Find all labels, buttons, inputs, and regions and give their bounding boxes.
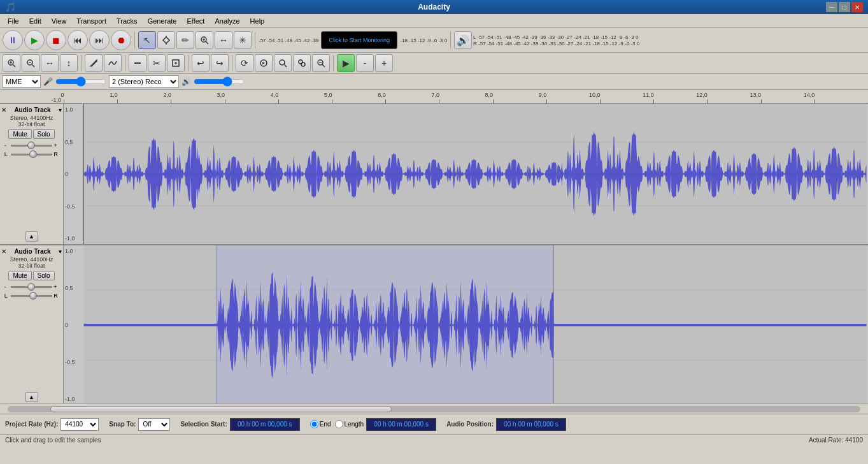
redo-button[interactable]: ↪ xyxy=(211,54,229,72)
track2-pan-slider[interactable] xyxy=(11,295,53,297)
record-button[interactable]: ⏺ xyxy=(111,30,131,50)
zoom-waveform-button[interactable] xyxy=(312,54,330,72)
multi-tool-button[interactable]: ✳ xyxy=(234,31,252,49)
project-rate-select[interactable]: 44100 xyxy=(60,418,99,431)
timeshift-tool-button[interactable]: ↔ xyxy=(215,31,232,49)
track2-expand-button[interactable]: ▲ xyxy=(25,392,38,402)
track1-y-1: 1,0 xyxy=(65,106,82,113)
menu-tracks[interactable]: Tracks xyxy=(111,16,143,26)
menu-help[interactable]: Help xyxy=(245,16,270,26)
ruler-tick-0: 0 xyxy=(64,99,64,103)
track1-pan-knob[interactable] xyxy=(29,150,37,158)
silence-button[interactable] xyxy=(129,54,146,72)
track1-dropdown-button[interactable]: ▾ xyxy=(59,106,62,113)
input-volume-slider[interactable] xyxy=(55,77,106,86)
loop-button[interactable]: ⟳ xyxy=(236,54,253,72)
title-bar: 🎵 Audacity ─ □ ✕ xyxy=(0,0,868,14)
menu-view[interactable]: View xyxy=(46,16,72,26)
track2-close-button[interactable]: ✕ xyxy=(1,248,6,255)
track2-y-3: 0 xyxy=(65,322,82,328)
track2-y-axis: 1,0 0,5 0 -0,5 -1,0 xyxy=(64,245,83,403)
ruler-minus-label: -1,0 xyxy=(51,97,61,103)
envelope-tool-button[interactable] xyxy=(157,31,175,49)
track1-solo-button[interactable]: Solo xyxy=(33,129,55,139)
track2-buttons: Mute Solo xyxy=(8,271,54,280)
track2-title-bar: ✕ Audio Track ▾ xyxy=(1,248,62,255)
end-time-input[interactable] xyxy=(366,418,436,431)
play-at-speed-button[interactable]: ▶ xyxy=(337,54,355,72)
output-volume-button[interactable]: 🔊 xyxy=(454,31,472,49)
menu-analyze[interactable]: Analyze xyxy=(210,16,245,26)
speed-up-button[interactable]: + xyxy=(375,54,393,72)
track2-pan-r: R xyxy=(53,293,59,299)
zoom-normal-button[interactable] xyxy=(167,54,185,72)
menu-effect[interactable]: Effect xyxy=(182,16,210,26)
skip-forward-button[interactable]: ⏭ xyxy=(89,30,110,50)
horizontal-scrollbar xyxy=(0,403,868,414)
track2-panel: ✕ Audio Track ▾ Stereo, 44100Hz 32-bit f… xyxy=(0,245,64,403)
selection-tool-button[interactable]: ↖ xyxy=(138,31,156,49)
stop-button[interactable]: ◼ xyxy=(46,30,66,50)
track1-expand-button[interactable]: ▲ xyxy=(25,231,38,242)
zoom-toggle-button[interactable] xyxy=(293,54,311,72)
draw-tool-button[interactable] xyxy=(85,54,103,72)
play-button[interactable]: ▶ xyxy=(24,30,45,50)
track2-pan-row: L R xyxy=(4,293,59,299)
speed-down-button[interactable]: - xyxy=(356,54,374,72)
zoom-in-button[interactable] xyxy=(3,54,20,72)
length-radio[interactable] xyxy=(335,420,343,428)
maximize-button[interactable]: □ xyxy=(839,2,850,12)
selection-start-input[interactable] xyxy=(230,418,300,431)
track2-mute-button[interactable]: Mute xyxy=(8,271,31,280)
output-volume-slider[interactable] xyxy=(194,77,245,86)
length-radio-label[interactable]: Length xyxy=(335,420,364,428)
skip-back-button[interactable]: ⏮ xyxy=(68,30,88,50)
mic-icon: 🎤 xyxy=(43,77,53,86)
track2-gain-knob[interactable] xyxy=(27,283,35,291)
smooth-button[interactable] xyxy=(104,54,122,72)
fit-project-button[interactable]: ↕ xyxy=(60,54,78,72)
track1-pan-slider[interactable] xyxy=(11,154,53,156)
track1-waveform-svg[interactable] xyxy=(83,104,868,244)
track2-row: ✕ Audio Track ▾ Stereo, 44100Hz 32-bit f… xyxy=(0,244,868,403)
zoom-tool-button[interactable] xyxy=(196,31,213,49)
menu-generate[interactable]: Generate xyxy=(143,16,182,26)
track2-dropdown-button[interactable]: ▾ xyxy=(59,248,62,255)
track1-mute-button[interactable]: Mute xyxy=(8,129,31,139)
track1-close-button[interactable]: ✕ xyxy=(1,106,6,113)
audio-position-input[interactable] xyxy=(496,418,566,431)
ruler-tick-7: 7,0 xyxy=(439,99,439,103)
end-radio[interactable] xyxy=(310,420,318,428)
snap-to-select[interactable]: Off xyxy=(138,418,170,431)
sep6 xyxy=(188,55,189,71)
zoom-selection-button[interactable] xyxy=(274,54,292,72)
cut-preview-button[interactable]: ✂ xyxy=(148,54,166,72)
track2-waveform-svg[interactable] xyxy=(83,245,868,403)
track2-pan-knob[interactable] xyxy=(29,292,37,300)
track2-gain-slider[interactable] xyxy=(11,286,53,288)
menu-file[interactable]: File xyxy=(3,16,24,26)
scrollbar-thumb[interactable] xyxy=(50,406,392,412)
menu-transport[interactable]: Transport xyxy=(71,16,111,26)
sep4 xyxy=(81,55,82,71)
track1-y-5: -1,0 xyxy=(65,235,82,242)
pause-button[interactable]: ⏸ xyxy=(3,30,23,50)
zoom-out-button[interactable] xyxy=(22,54,39,72)
minimize-button[interactable]: ─ xyxy=(826,2,837,12)
scrollbar-track[interactable] xyxy=(8,406,860,412)
undo-button[interactable]: ↩ xyxy=(192,54,210,72)
pencil-tool-button[interactable]: ✏ xyxy=(176,31,194,49)
meter-scale-rec: -57 -54 -51 -48 -45 -42 -39 xyxy=(259,38,318,43)
fit-selection-button[interactable]: ↔ xyxy=(41,54,59,72)
track1-gain-slider[interactable] xyxy=(11,145,53,147)
host-select[interactable]: MME xyxy=(3,75,41,88)
close-button[interactable]: ✕ xyxy=(851,2,863,12)
ruler-tick-12: 12,0 xyxy=(707,99,708,103)
monitoring-button[interactable]: Click to Start Monitoring xyxy=(321,31,397,49)
scrub-button[interactable] xyxy=(255,54,273,72)
track2-solo-button[interactable]: Solo xyxy=(33,271,55,280)
end-radio-label[interactable]: End xyxy=(310,420,331,428)
track1-gain-knob[interactable] xyxy=(27,141,35,149)
menu-edit[interactable]: Edit xyxy=(24,16,46,26)
channel-select[interactable]: 2 (Stereo) Reco xyxy=(109,75,179,88)
